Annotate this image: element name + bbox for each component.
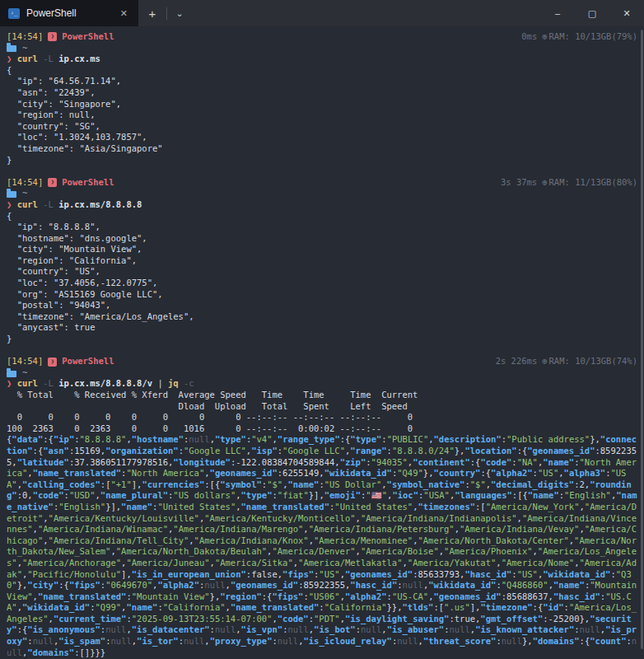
window-controls: – ▢ ✕ — [540, 0, 644, 26]
tab-bar: ›_ PowerShell ✕ + ⌄ – ▢ ✕ — [0, 0, 644, 26]
directory-path: ~ — [22, 188, 27, 199]
output-line: "postal": "94043", — [7, 300, 637, 311]
output-line: "asn": "22439", — [7, 87, 637, 99]
output-line: "ip": "64.56.71.14", — [7, 76, 637, 87]
powershell-icon: ❯ — [48, 32, 57, 41]
command-token: jq — [168, 378, 179, 388]
ram-icon: ⊕ — [542, 177, 547, 189]
folder-icon — [7, 191, 16, 198]
prompt-timestamp: [14:54] — [7, 177, 43, 189]
command-token: -L — [43, 54, 54, 63]
ram-icon: ⊕ — [542, 356, 547, 367]
command-block: [14:54]❯PowerShell0ms⊕RAM: 10/13GB(79%)~… — [7, 31, 637, 166]
output-line: } — [7, 334, 637, 345]
output-line: "city": "Mountain View", — [7, 244, 637, 255]
prompt-status: 2s 226ms⊕RAM: 10/13GB(74%) — [496, 356, 637, 367]
output-line: "timezone": "Asia/Singapore" — [7, 143, 637, 155]
output-line: Dload Upload Total Spent Left Speed — [7, 401, 637, 413]
prompt-chevron-icon: ❯ — [7, 54, 17, 63]
output-line: { — [7, 65, 637, 77]
directory-path: ~ — [22, 367, 27, 379]
command-token: ip.cx.ms/8.8.8.8/v — [58, 378, 152, 388]
output-line: "city": "Singapore", — [7, 99, 637, 110]
output-line: % Total % Received % Xferd Average Speed… — [7, 390, 637, 401]
folder-icon — [7, 45, 16, 52]
prompt-timestamp: [14:54] — [7, 31, 43, 43]
shell-name: PowerShell — [62, 177, 114, 189]
powershell-icon: ❯ — [48, 178, 57, 187]
command-block: [14:54]❯PowerShell2s 226ms⊕RAM: 10/13GB(… — [7, 356, 637, 658]
terminal-content[interactable]: [14:54]❯PowerShell0ms⊕RAM: 10/13GB(79%)~… — [0, 26, 644, 659]
working-directory: ~ — [7, 367, 637, 379]
output-line: "country": "SG", — [7, 121, 637, 133]
command-line: ❯ curl -L ip.cx.ms — [7, 54, 637, 65]
output-line: "loc": "37.4056,-122.0775", — [7, 278, 637, 289]
output-line: "country": "US", — [7, 266, 637, 278]
command-line: ❯ curl -L ip.cx.ms/8.8.8.8 — [7, 199, 637, 211]
powershell-tab-icon: ›_ — [8, 8, 20, 19]
prompt-header: [14:54]❯PowerShell2s 226ms⊕RAM: 10/13GB(… — [7, 356, 637, 367]
output-line: "ip": "8.8.8.8", — [7, 222, 637, 233]
command-line: ❯ curl -L ip.cx.ms/8.8.8.8/v | jq -c — [7, 378, 637, 390]
ram-usage: RAM: 10/13GB(74%) — [549, 356, 637, 367]
output-line: { — [7, 211, 637, 222]
close-button[interactable]: ✕ — [609, 0, 644, 26]
output-line: "timezone": "America/Los_Angeles", — [7, 311, 637, 323]
command-duration: 2s 226ms — [496, 356, 538, 367]
maximize-button[interactable]: ▢ — [575, 0, 609, 26]
output-line: } — [7, 155, 637, 166]
command-token: curl — [17, 199, 38, 209]
prompt-timestamp: [14:54] — [7, 356, 43, 367]
tab-close-icon[interactable]: ✕ — [118, 7, 130, 21]
directory-path: ~ — [22, 43, 27, 54]
prompt-header-left: [14:54]❯PowerShell — [7, 31, 114, 43]
command-token: curl — [17, 378, 38, 388]
command-duration: 3s 37ms — [501, 177, 537, 189]
new-tab-button[interactable]: + — [138, 0, 166, 26]
powershell-icon: ❯ — [48, 358, 57, 367]
ram-usage: RAM: 10/13GB(79%) — [549, 31, 637, 43]
folder-icon — [7, 371, 16, 377]
working-directory: ~ — [7, 188, 637, 199]
prompt-header: [14:54]❯PowerShell3s 37ms⊕RAM: 11/13GB(8… — [7, 177, 637, 189]
ram-icon: ⊕ — [542, 31, 547, 43]
tab-powershell[interactable]: ›_ PowerShell ✕ — [0, 0, 138, 26]
command-token: ip.cx.ms/8.8.8.8 — [58, 199, 142, 209]
output-line: "region": null, — [7, 110, 637, 121]
output-line: "anycast": true — [7, 322, 637, 334]
prompt-chevron-icon: ❯ — [7, 199, 17, 209]
scrollbar[interactable] — [641, 30, 643, 649]
prompt-chevron-icon: ❯ — [7, 378, 17, 388]
output-line: "org": "AS15169 Google LLC", — [7, 289, 637, 301]
working-directory: ~ — [7, 43, 637, 54]
output-line: 100 2363 0 2363 0 0 1016 0 --:--:-- 0:00… — [7, 423, 637, 435]
ram-usage: RAM: 11/13GB(80%) — [549, 177, 637, 189]
command-token: -c — [184, 378, 194, 388]
tab-dropdown-icon[interactable]: ⌄ — [167, 0, 192, 26]
command-token: -L — [43, 378, 54, 388]
prompt-status: 0ms⊕RAM: 10/13GB(79%) — [521, 31, 637, 43]
command-token: curl — [17, 54, 38, 63]
terminal-window: ›_ PowerShell ✕ + ⌄ – ▢ ✕ [14:54]❯PowerS… — [0, 0, 644, 659]
minimize-button[interactable]: – — [540, 0, 575, 26]
output-line: "region": "California", — [7, 255, 637, 267]
shell-name: PowerShell — [62, 31, 114, 43]
command-block: [14:54]❯PowerShell3s 37ms⊕RAM: 11/13GB(8… — [7, 177, 637, 345]
output-line: "hostname": "dns.google", — [7, 233, 637, 245]
prompt-header-left: [14:54]❯PowerShell — [7, 177, 114, 189]
prompt-header-left: [14:54]❯PowerShell — [7, 356, 114, 367]
prompt-header: [14:54]❯PowerShell0ms⊕RAM: 10/13GB(79%) — [7, 31, 637, 43]
command-duration: 0ms — [521, 31, 537, 43]
output-line: "loc": "1.3024,103.7857", — [7, 132, 637, 143]
output-line: 0 0 0 0 0 0 0 0 --:--:-- --:--:-- --:--:… — [7, 412, 637, 423]
command-token: ip.cx.ms — [58, 54, 100, 63]
tab-title: PowerShell — [26, 7, 111, 19]
jq-json-output: {"data":{"ip":"8.8.8.8","hostname":null,… — [7, 434, 637, 658]
command-token: -L — [43, 199, 54, 209]
shell-name: PowerShell — [62, 356, 114, 367]
prompt-status: 3s 37ms⊕RAM: 11/13GB(80%) — [501, 177, 637, 189]
